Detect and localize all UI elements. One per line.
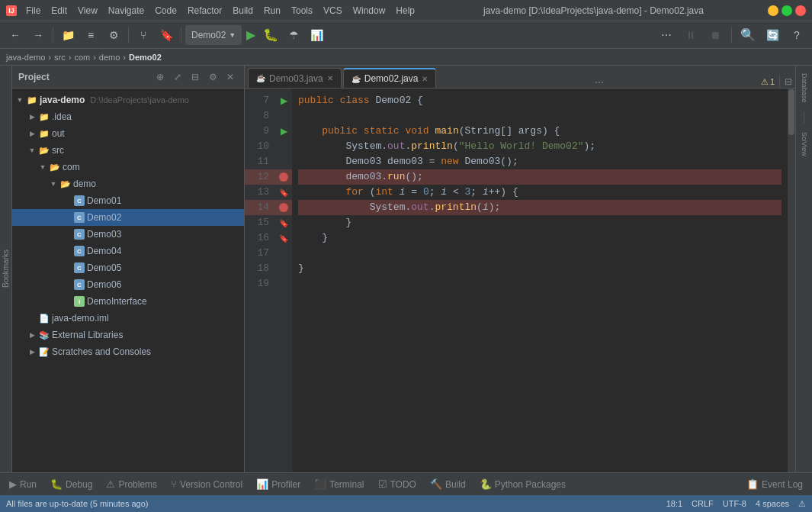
menu-file[interactable]: File: [21, 4, 45, 18]
tree-label-com: com: [63, 162, 80, 172]
tab-demo03[interactable]: ☕ Demo03.java ✕: [248, 68, 342, 88]
menu-view[interactable]: View: [73, 4, 102, 18]
panel-collapse-button[interactable]: ⊟: [188, 69, 203, 85]
tree-item-demo06[interactable]: ▶ C Demo06: [12, 276, 244, 293]
sidebar-tab-database[interactable]: Database: [797, 69, 812, 108]
bottom-tab-python[interactable]: 🐍 Python Packages: [473, 475, 572, 494]
tabs-more-button[interactable]: ⋯: [592, 77, 607, 88]
toolbar-right: ⋯ ⏸ ⏹ 🔍 🔄 ?: [656, 24, 807, 46]
menu-edit[interactable]: Edit: [47, 4, 72, 18]
coverage-button[interactable]: ☂: [283, 24, 304, 46]
tab-close-demo02[interactable]: ✕: [422, 75, 428, 83]
breadcrumb-item-4[interactable]: demo: [99, 53, 120, 62]
breadcrumb-item-5[interactable]: Demo02: [129, 53, 162, 62]
gutter-10: [275, 139, 292, 154]
bottom-tab-problems[interactable]: ⚠ Problems: [100, 475, 163, 494]
minimize-button[interactable]: [768, 5, 778, 16]
tree-item-demo02[interactable]: ▶ C Demo02: [12, 209, 244, 226]
run-config-selector[interactable]: Demo02 ▼: [185, 25, 242, 45]
warning-indicator[interactable]: ⚠ 1: [761, 77, 775, 87]
bottom-tab-vcs[interactable]: ⑂ Version Control: [165, 475, 249, 494]
toolbar-more-button[interactable]: ⋯: [656, 24, 677, 46]
bottom-tab-terminal[interactable]: ⬛ Terminal: [308, 475, 370, 494]
tree-item-demointerface[interactable]: ▶ I DemoInterface: [12, 293, 244, 310]
help-button[interactable]: ?: [786, 24, 807, 46]
code-line-13: for (int i = 0; i < 3; i++) {: [298, 185, 782, 200]
tab-close-demo03[interactable]: ✕: [327, 74, 333, 82]
breadcrumb-item-3[interactable]: com: [74, 53, 90, 62]
menu-navigate[interactable]: Navigate: [104, 4, 149, 18]
menu-tools[interactable]: Tools: [287, 4, 317, 18]
tree-item-extlibs[interactable]: ▶ 📚 External Libraries: [12, 327, 244, 343]
sidebar-tab-sciview[interactable]: SciView: [797, 127, 812, 161]
toolbar-bookmark-button[interactable]: 🔖: [156, 24, 177, 46]
project-panel-title: Project: [18, 72, 149, 82]
editor-scrollbar[interactable]: [788, 89, 795, 472]
maximize-button[interactable]: [782, 5, 792, 16]
tree-item-idea[interactable]: ▶ 📁 .idea: [12, 108, 244, 125]
toolbar-forward-button[interactable]: →: [27, 24, 49, 46]
run-arrow-7[interactable]: ▶: [281, 95, 287, 106]
run-button[interactable]: ▶: [243, 27, 258, 42]
breadcrumb-item-1[interactable]: java-demo: [6, 53, 45, 62]
collapse-all-button[interactable]: ⊟: [785, 76, 792, 87]
panel-add-button[interactable]: ⊕: [152, 69, 168, 85]
menu-bar[interactable]: File Edit View Navigate Code Refactor Bu…: [21, 4, 419, 18]
bottom-tab-todo[interactable]: ☑ TODO: [372, 475, 422, 494]
bookmark-16: 🔖: [279, 234, 288, 243]
bottom-tab-profiler[interactable]: 📊 Profiler: [250, 475, 307, 494]
status-warning[interactable]: ⚠: [798, 499, 806, 509]
update-button[interactable]: 🔄: [762, 24, 783, 46]
bottom-tab-run[interactable]: ▶ Run: [3, 475, 43, 494]
bottom-tab-debug[interactable]: 🐛 Debug: [44, 475, 98, 494]
status-line-sep[interactable]: CRLF: [692, 499, 714, 508]
panel-close-button[interactable]: ✕: [223, 69, 238, 85]
tree-item-demo[interactable]: ▼ 📂 demo: [12, 175, 244, 192]
menu-run[interactable]: Run: [259, 4, 285, 18]
status-position[interactable]: 18:1: [666, 499, 682, 508]
gutter-19: [275, 276, 292, 291]
status-encoding[interactable]: UTF-8: [723, 499, 746, 508]
tree-item-demo01[interactable]: ▶ C Demo01: [12, 192, 244, 209]
tree-item-out[interactable]: ▶ 📁 out: [12, 125, 244, 142]
scroll-thumb[interactable]: [788, 89, 794, 135]
tree-item-root[interactable]: ▼ 📁 java-demo D:\IdeaProjects\java-demo: [12, 92, 244, 108]
tree-label-demo: demo: [73, 179, 96, 189]
tree-item-scratches[interactable]: ▶ 📝 Scratches and Consoles: [12, 343, 244, 360]
debug-button[interactable]: 🐛: [260, 27, 281, 42]
toolbar-structure-button[interactable]: ≡: [80, 24, 101, 46]
menu-build[interactable]: Build: [228, 4, 258, 18]
toolbar-vcs-button[interactable]: ⑂: [133, 24, 154, 46]
code-content[interactable]: public class Demo02 { public static void…: [292, 89, 788, 472]
menu-vcs[interactable]: VCS: [319, 4, 347, 18]
panel-scroll-button[interactable]: ⤢: [170, 69, 185, 85]
bottom-tab-build[interactable]: 🔨 Build: [424, 475, 472, 494]
menu-code[interactable]: Code: [150, 4, 181, 18]
breakpoint-12[interactable]: [279, 172, 288, 182]
tree-item-src[interactable]: ▼ 📂 src: [12, 142, 244, 159]
tree-item-com[interactable]: ▼ 📂 com: [12, 159, 244, 175]
tree-item-demo04[interactable]: ▶ C Demo04: [12, 243, 244, 259]
toolbar-back-button[interactable]: ←: [5, 24, 26, 46]
menu-help[interactable]: Help: [391, 4, 419, 18]
run-arrow-9[interactable]: ▶: [281, 126, 287, 137]
profiler-button[interactable]: 📊: [306, 24, 327, 46]
tree-item-demo03[interactable]: ▶ C Demo03: [12, 226, 244, 243]
breadcrumb-item-2[interactable]: src: [54, 53, 66, 62]
bottom-tab-eventlog[interactable]: 📋 Event Log: [740, 475, 809, 494]
toolbar-settings-button[interactable]: ⚙: [103, 24, 124, 46]
menu-refactor[interactable]: Refactor: [183, 4, 226, 18]
breakpoint-14[interactable]: [279, 203, 288, 212]
tree-item-demo05[interactable]: ▶ C Demo05: [12, 259, 244, 276]
status-indent[interactable]: 4 spaces: [756, 499, 789, 508]
tree-item-iml[interactable]: ▶ 📄 java-demo.iml: [12, 310, 244, 327]
folder-icon-com: 📂: [50, 162, 60, 172]
tab-demo02[interactable]: ☕ Demo02.java ✕: [343, 68, 437, 88]
menu-window[interactable]: Window: [348, 4, 390, 18]
panel-settings-button[interactable]: ⚙: [205, 69, 220, 85]
bookmarks-tab[interactable]: Bookmarks: [2, 250, 10, 288]
close-button[interactable]: [795, 5, 806, 16]
toolbar-project-button[interactable]: 📁: [57, 24, 79, 46]
code-editor[interactable]: 7 8 9 10 11 12 13 14 15 16 17 18 19 ▶: [245, 89, 795, 472]
search-everywhere-button[interactable]: 🔍: [737, 27, 759, 42]
